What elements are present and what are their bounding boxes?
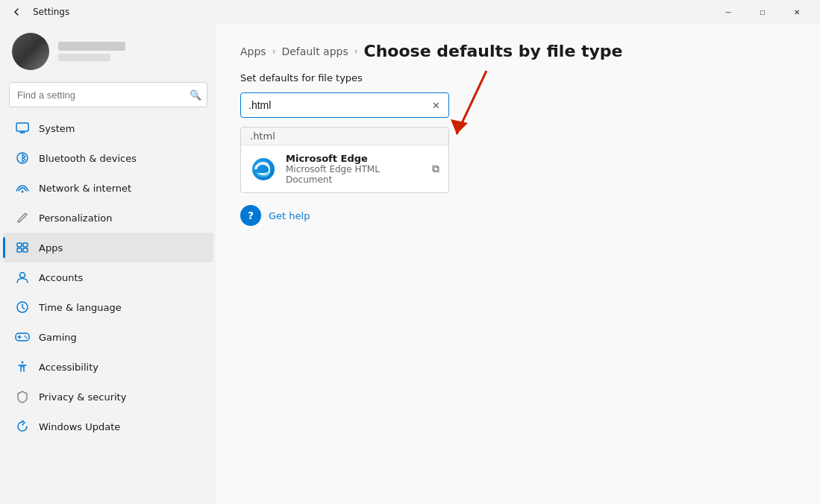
dropdown-result: .html bbox=[240, 127, 449, 193]
sidebar-item-system[interactable]: System bbox=[3, 113, 213, 143]
svg-rect-0 bbox=[16, 123, 28, 131]
svg-point-12 bbox=[22, 362, 24, 364]
svg-point-7 bbox=[20, 273, 25, 278]
svg-rect-6 bbox=[23, 248, 28, 252]
sidebar-item-accessibility[interactable]: Accessibility bbox=[3, 352, 213, 382]
network-icon bbox=[15, 180, 30, 195]
external-link-icon[interactable]: ⧉ bbox=[432, 163, 439, 175]
result-item[interactable]: Microsoft Edge Microsoft Edge HTML Docum… bbox=[241, 145, 448, 192]
result-app-icon bbox=[250, 156, 277, 183]
user-info bbox=[58, 42, 125, 61]
sidebar-item-gaming-label: Gaming bbox=[39, 332, 77, 343]
sidebar-item-apps[interactable]: Apps bbox=[3, 233, 213, 262]
breadcrumb-sep-2: › bbox=[354, 46, 358, 57]
sidebar-item-update[interactable]: Windows Update bbox=[3, 412, 213, 441]
sidebar-item-accounts-label: Accounts bbox=[39, 272, 83, 283]
close-button[interactable]: ✕ bbox=[780, 0, 814, 24]
sidebar-item-accounts[interactable]: Accounts bbox=[3, 262, 213, 292]
avatar bbox=[12, 33, 49, 70]
filter-clear-button[interactable]: ✕ bbox=[428, 98, 443, 113]
sidebar-item-privacy-label: Privacy & security bbox=[39, 391, 126, 403]
breadcrumb-default-apps[interactable]: Default apps bbox=[281, 45, 348, 57]
sidebar-item-network[interactable]: Network & internet bbox=[3, 173, 213, 203]
page-title: Choose defaults by file type bbox=[364, 42, 623, 60]
personalization-icon bbox=[15, 210, 30, 225]
minimize-button[interactable]: ─ bbox=[711, 0, 745, 24]
sidebar-item-bluetooth[interactable]: Bluetooth & devices bbox=[3, 143, 213, 173]
section-label: Set defaults for file types bbox=[240, 72, 796, 84]
maximize-button[interactable]: □ bbox=[745, 0, 780, 24]
svg-point-10 bbox=[25, 336, 26, 337]
accessibility-icon bbox=[15, 359, 30, 374]
gaming-icon bbox=[15, 330, 30, 344]
bluetooth-icon bbox=[15, 151, 30, 166]
app-container: 🔍 System Bluetooth & devices bbox=[0, 24, 820, 504]
time-icon bbox=[15, 300, 30, 315]
sidebar-item-accessibility-label: Accessibility bbox=[39, 362, 98, 373]
apps-icon bbox=[15, 240, 30, 255]
sidebar-item-time-label: Time & language bbox=[39, 302, 122, 313]
accounts-icon bbox=[15, 270, 30, 285]
breadcrumb: Apps › Default apps › Choose defaults by… bbox=[240, 42, 796, 60]
window-controls: ─ □ ✕ bbox=[711, 0, 814, 24]
sidebar: 🔍 System Bluetooth & devices bbox=[0, 24, 216, 504]
get-help-link[interactable]: Get help bbox=[269, 210, 310, 221]
filter-area: ✕ .html bbox=[240, 92, 796, 193]
filter-input[interactable] bbox=[240, 92, 449, 118]
window-title: Settings bbox=[33, 7, 69, 17]
sidebar-item-system-label: System bbox=[39, 123, 75, 134]
titlebar-left: Settings bbox=[6, 1, 69, 22]
titlebar: Settings ─ □ ✕ bbox=[0, 0, 820, 24]
user-section bbox=[0, 24, 216, 79]
sidebar-item-network-label: Network & internet bbox=[39, 183, 131, 194]
dropdown-label: .html bbox=[241, 127, 448, 145]
privacy-icon bbox=[15, 389, 30, 404]
sidebar-item-bluetooth-label: Bluetooth & devices bbox=[39, 153, 137, 164]
update-icon bbox=[15, 419, 30, 434]
result-description: Microsoft Edge HTML Document bbox=[286, 164, 423, 185]
result-name: Microsoft Edge bbox=[286, 153, 423, 164]
search-input[interactable] bbox=[9, 82, 207, 107]
get-help-icon: ? bbox=[240, 205, 261, 226]
svg-point-2 bbox=[22, 191, 24, 193]
search-box: 🔍 bbox=[9, 82, 207, 107]
result-text: Microsoft Edge Microsoft Edge HTML Docum… bbox=[286, 153, 423, 185]
sidebar-item-personalization[interactable]: Personalization bbox=[3, 203, 213, 233]
sidebar-item-apps-label: Apps bbox=[39, 242, 63, 253]
system-icon bbox=[15, 121, 30, 136]
filter-box: ✕ bbox=[240, 92, 449, 118]
svg-rect-5 bbox=[17, 248, 22, 252]
sidebar-item-gaming[interactable]: Gaming bbox=[3, 322, 213, 352]
get-help-section: ? Get help bbox=[240, 205, 796, 226]
sidebar-item-update-label: Windows Update bbox=[39, 421, 120, 432]
svg-rect-3 bbox=[17, 243, 22, 247]
sidebar-item-time[interactable]: Time & language bbox=[3, 292, 213, 322]
back-button[interactable] bbox=[6, 1, 27, 22]
user-name-blurred bbox=[58, 42, 125, 51]
svg-marker-14 bbox=[451, 119, 468, 134]
svg-rect-4 bbox=[23, 243, 28, 247]
svg-point-11 bbox=[26, 337, 28, 338]
breadcrumb-apps[interactable]: Apps bbox=[240, 45, 266, 57]
content-area: Apps › Default apps › Choose defaults by… bbox=[216, 24, 820, 504]
sidebar-item-personalization-label: Personalization bbox=[39, 212, 113, 224]
sidebar-item-privacy[interactable]: Privacy & security bbox=[3, 382, 213, 412]
user-email-blurred bbox=[58, 54, 110, 61]
breadcrumb-sep-1: › bbox=[272, 46, 276, 57]
